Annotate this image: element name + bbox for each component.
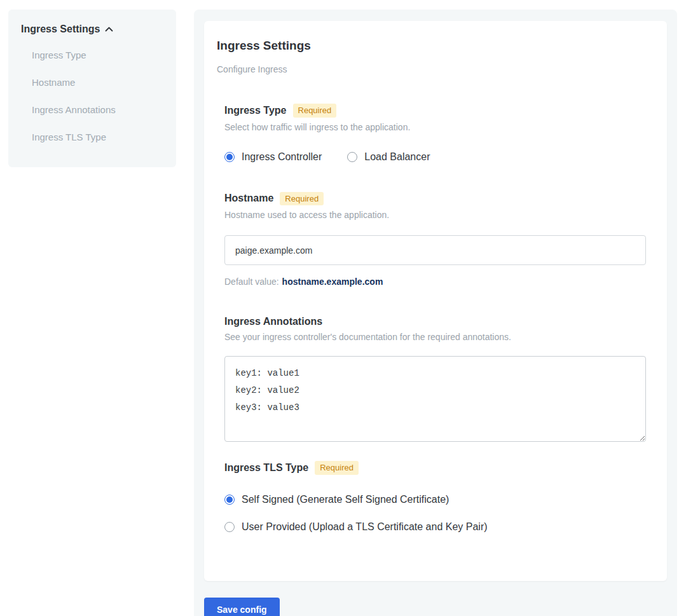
section-header: Ingress Annotations [224, 316, 646, 327]
card-subtitle: Configure Ingress [217, 64, 646, 74]
required-badge: Required [315, 461, 359, 475]
radio-label: Ingress Controller [242, 151, 322, 163]
radio-label: User Provided (Upload a TLS Certificate … [242, 521, 488, 533]
section-title-ingress-annotations: Ingress Annotations [224, 316, 322, 327]
hostname-default-line: Default value:hostname.example.com [224, 277, 646, 287]
section-ingress-tls-type: Ingress TLS Type Required Self Signed (G… [217, 461, 646, 533]
help-text-ingress-type: Select how traffic will ingress to the a… [224, 122, 646, 132]
radio-option-user-provided[interactable]: User Provided (Upload a TLS Certificate … [224, 521, 646, 533]
hostname-input[interactable] [224, 235, 646, 265]
help-text-ingress-annotations: See your ingress controller's documentat… [224, 332, 646, 342]
sidebar-item-hostname[interactable]: Hostname [32, 69, 165, 96]
ingress-type-radio-group: Ingress Controller Load Balancer [224, 151, 646, 163]
ingress-annotations-textarea[interactable]: key1: value1 key2: value2 key3: value3 [224, 356, 646, 442]
radio-icon [347, 152, 357, 162]
required-badge: Required [280, 192, 324, 206]
config-area: Ingress Settings Configure Ingress Ingre… [194, 10, 677, 616]
sidebar-item-ingress-type[interactable]: Ingress Type [32, 41, 165, 69]
card-title: Ingress Settings [217, 39, 646, 53]
sidebar-group-ingress-settings[interactable]: Ingress Settings [21, 24, 165, 35]
radio-icon [224, 152, 235, 162]
sidebar-group-label: Ingress Settings [21, 24, 100, 35]
radio-icon [224, 495, 235, 505]
chevron-up-icon [105, 27, 113, 32]
section-header: Ingress TLS Type Required [224, 461, 646, 475]
sidebar-item-list: Ingress Type Hostname Ingress Annotation… [21, 41, 165, 151]
radio-label: Self Signed (Generate Self Signed Certif… [242, 494, 449, 505]
sidebar-item-ingress-annotations[interactable]: Ingress Annotations [32, 96, 165, 123]
default-value-prefix: Default value: [224, 277, 279, 287]
sidebar-item-ingress-tls-type[interactable]: Ingress TLS Type [32, 123, 165, 151]
section-title-ingress-tls-type: Ingress TLS Type [224, 462, 308, 474]
section-ingress-annotations: Ingress Annotations See your ingress con… [217, 316, 646, 442]
radio-icon [224, 522, 235, 532]
ingress-settings-card: Ingress Settings Configure Ingress Ingre… [204, 21, 667, 581]
save-config-button[interactable]: Save config [204, 598, 280, 616]
config-nav-sidebar: Ingress Settings Ingress Type Hostname I… [8, 10, 176, 167]
section-title-hostname: Hostname [224, 193, 273, 204]
section-hostname: Hostname Required Hostname used to acces… [217, 192, 646, 287]
help-text-hostname: Hostname used to access the application. [224, 210, 646, 220]
required-badge: Required [293, 104, 337, 118]
section-title-ingress-type: Ingress Type [224, 105, 287, 116]
radio-option-self-signed[interactable]: Self Signed (Generate Self Signed Certif… [224, 494, 646, 505]
page: Ingress Settings Ingress Type Hostname I… [0, 0, 693, 616]
section-ingress-type: Ingress Type Required Select how traffic… [217, 104, 646, 163]
radio-option-ingress-controller[interactable]: Ingress Controller [224, 151, 322, 163]
default-value-text: hostname.example.com [282, 277, 383, 287]
radio-label: Load Balancer [364, 151, 430, 163]
tls-type-radio-group: Self Signed (Generate Self Signed Certif… [224, 494, 646, 533]
section-header: Hostname Required [224, 192, 646, 206]
section-header: Ingress Type Required [224, 104, 646, 118]
radio-option-load-balancer[interactable]: Load Balancer [347, 151, 430, 163]
